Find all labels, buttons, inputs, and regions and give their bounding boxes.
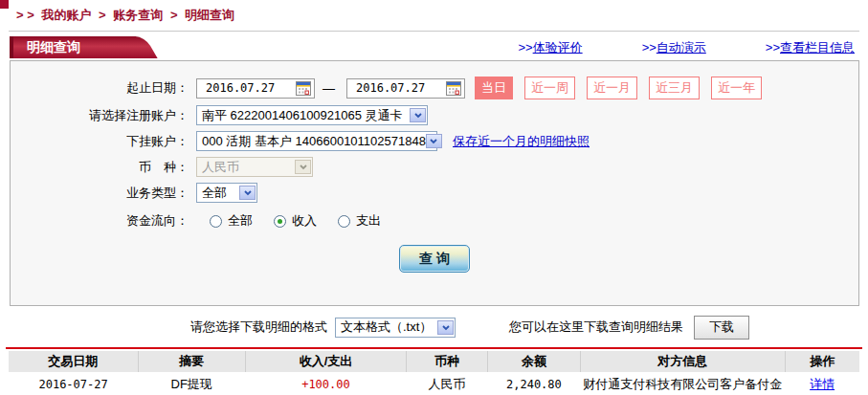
link-auto-demo[interactable]: >>自动演示 — [642, 39, 706, 56]
biz-type-value: 全部 — [202, 185, 227, 202]
form-row-date: 起止日期： 2016.07.27 — 2016.07.27 — [11, 77, 858, 99]
chevron-down-icon — [295, 160, 311, 174]
flow-radio-income[interactable]: 收入 — [274, 212, 317, 230]
flow-radio-expense[interactable]: 支出 — [338, 212, 381, 230]
cell-date: 2016-07-27 — [9, 372, 138, 395]
breadcrumb: > > 我的账户 > 账务查询 > 明细查询 — [0, 0, 868, 29]
register-account-value: 南平 6222001406100921065 灵通卡 — [202, 107, 403, 124]
col-header-amount: 收入/支出 — [245, 351, 407, 372]
link-experience-review[interactable]: >>体验评价 — [518, 39, 582, 56]
corner-brand-square — [0, 0, 9, 9]
table-row: 2016-07-27 DF提现 +100.00 人民币 2,240.80 财付通… — [9, 372, 859, 395]
form-row-biz-type: 业务类型： 全部 — [11, 183, 858, 203]
register-account-select[interactable]: 南平 6222001406100921065 灵通卡 — [196, 105, 428, 125]
link-prefix: >> — [766, 40, 780, 55]
radio-icon[interactable] — [210, 215, 222, 228]
form-row-flow: 资金流向： 全部 收入 支出 — [11, 212, 858, 230]
flow-option-label: 全部 — [228, 212, 253, 230]
chevron-down-icon[interactable] — [410, 108, 426, 122]
flow-option-label: 支出 — [356, 212, 381, 230]
breadcrumb-separator: > — [99, 8, 106, 22]
link-prefix: >> — [642, 40, 657, 55]
radio-icon[interactable] — [338, 215, 350, 228]
start-date-input[interactable]: 2016.07.27 — [196, 78, 315, 99]
download-format-select[interactable]: 文本格式（.txt） — [335, 318, 456, 338]
breadcrumb-separator: > — [170, 8, 178, 22]
col-header-date: 交易日期 — [9, 351, 138, 372]
col-header-summary: 摘要 — [138, 351, 245, 372]
download-button[interactable]: 下载 — [694, 316, 749, 340]
date-dash: — — [323, 81, 335, 96]
table-header-row: 交易日期 摘要 收入/支出 币种 余额 对方信息 操作 — [9, 351, 859, 372]
quick-range-year-button[interactable]: 近一年 — [711, 77, 762, 99]
query-button[interactable]: 查 询 — [399, 245, 470, 273]
start-date-value: 2016.07.27 — [206, 81, 275, 95]
biz-type-select[interactable]: 全部 — [196, 183, 257, 203]
download-format-value: 文本格式（.txt） — [341, 318, 432, 336]
col-header-counterparty: 对方信息 — [580, 351, 785, 372]
quick-range-month-button[interactable]: 近一月 — [587, 77, 637, 99]
link-label: 自动演示 — [657, 40, 706, 55]
end-date-value: 2016.07.27 — [356, 81, 425, 95]
link-prefix: >> — [518, 40, 532, 55]
quick-range-quarter-button[interactable]: 近三月 — [649, 77, 700, 99]
currency-value: 人民币 — [202, 159, 239, 176]
radio-checked-icon[interactable] — [274, 215, 286, 228]
col-header-action: 操作 — [785, 351, 859, 372]
breadcrumb-item-my-account[interactable]: 我的账户 — [41, 8, 91, 22]
quick-range-today-button[interactable]: 当日 — [475, 77, 513, 99]
download-format-label: 请您选择下载明细的格式 — [190, 318, 327, 336]
form-row-register-account: 请选择注册账户： 南平 6222001406100921065 灵通卡 — [11, 105, 858, 125]
link-view-column-info[interactable]: >>查看栏目信息 — [766, 39, 855, 56]
biz-type-label: 业务类型： — [11, 185, 189, 202]
save-snapshot-link[interactable]: 保存近一个月的明细快照 — [453, 133, 590, 150]
top-links: >>体验评价 >>自动演示 >>查看栏目信息 — [458, 39, 855, 56]
breadcrumb-item-account-query[interactable]: 账务查询 — [113, 8, 163, 22]
sub-account-value: 000 活期 基本户 1406600101102571848 — [202, 133, 426, 150]
flow-option-label: 收入 — [292, 212, 317, 230]
page-title: 明细查询 — [27, 39, 80, 55]
chevron-down-icon[interactable] — [437, 320, 454, 335]
cell-amount: +100.00 — [245, 372, 407, 395]
download-row: 请您选择下载明细的格式 文本格式（.txt） 您可以在这里下载查询明细结果 下载 — [190, 315, 868, 340]
cell-counterparty: 财付通支付科技有限公司客户备付金 — [580, 372, 785, 395]
register-account-label: 请选择注册账户： — [11, 107, 189, 124]
cell-balance: 2,240.80 — [487, 372, 580, 395]
query-form-panel: 起止日期： 2016.07.27 — 2016.07.27 — [10, 60, 859, 306]
transaction-table: 交易日期 摘要 收入/支出 币种 余额 对方信息 操作 2016-07-27 D… — [9, 351, 859, 395]
tab-detail-query: 明细查询 — [10, 36, 136, 58]
end-date-input[interactable]: 2016.07.27 — [346, 78, 465, 99]
cell-summary: DF提现 — [138, 372, 245, 395]
detail-link[interactable]: 详情 — [810, 377, 835, 391]
breadcrumb-prefix: > > — [16, 8, 34, 22]
chevron-down-icon[interactable] — [426, 134, 442, 148]
section-header: 明细查询 >>体验评价 >>自动演示 >>查看栏目信息 — [0, 36, 868, 59]
calendar-icon[interactable] — [296, 81, 311, 96]
download-hint: 您可以在这里下载查询明细结果 — [509, 318, 683, 336]
sub-account-select[interactable]: 000 活期 基本户 1406600101102571848 — [196, 131, 437, 151]
currency-label: 币 种： — [11, 159, 189, 176]
col-header-currency: 币种 — [407, 351, 488, 372]
calendar-icon[interactable] — [446, 81, 461, 96]
date-range-label: 起止日期： — [11, 79, 189, 97]
quick-range-week-button[interactable]: 近一周 — [524, 77, 575, 99]
chevron-down-icon[interactable] — [239, 186, 256, 200]
currency-select: 人民币 — [196, 157, 313, 177]
link-label: 查看栏目信息 — [780, 40, 855, 55]
link-label: 体验评价 — [533, 40, 583, 55]
cell-currency: 人民币 — [407, 372, 488, 395]
table-top-rule — [6, 347, 862, 349]
flow-label: 资金流向： — [11, 212, 189, 230]
flow-radio-all[interactable]: 全部 — [210, 212, 253, 230]
form-row-sub-account: 下挂账户： 000 活期 基本户 1406600101102571848 保存近… — [11, 131, 858, 151]
form-row-currency: 币 种： 人民币 — [11, 157, 858, 177]
divider-line — [9, 31, 859, 32]
col-header-balance: 余额 — [487, 351, 580, 372]
breadcrumb-item-detail-query[interactable]: 明细查询 — [185, 8, 234, 22]
sub-account-label: 下挂账户： — [11, 133, 189, 150]
